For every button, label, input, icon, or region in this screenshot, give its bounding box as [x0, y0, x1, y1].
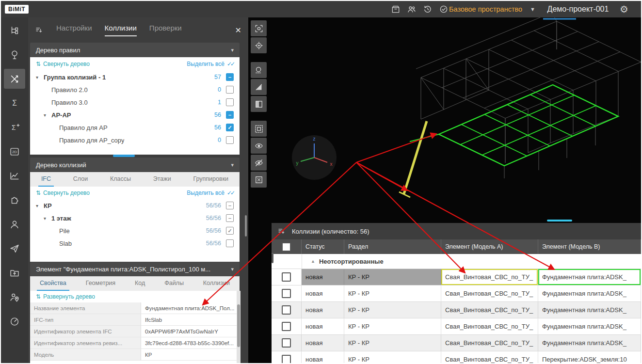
element-b-cell[interactable]: Фундаментная плита:ADSK_	[538, 302, 641, 318]
tree-item[interactable]: ▾Группа коллизий - 157–	[30, 71, 240, 83]
rules-tree-header[interactable]: Дерево правил ▾	[30, 43, 240, 57]
collision-row[interactable]: новаяКР - КРСвая_Винтовая_СВС_по_ТУ_Фунд…	[272, 285, 641, 302]
viewport-scroll-indicator[interactable]	[547, 220, 572, 222]
isolate-box-icon[interactable]	[251, 121, 267, 137]
tree-item-checkbox[interactable]: –	[226, 214, 234, 222]
element-a-cell[interactable]: Свая_Винтовая_СВС_по_ТУ_	[441, 335, 538, 351]
element-a-cell[interactable]: Свая_Винтовая_СВС_по_ТУ_	[441, 302, 538, 318]
clip-box-icon[interactable]	[251, 96, 267, 112]
row-checkbox[interactable]	[282, 338, 291, 348]
user-pin-icon[interactable]	[4, 287, 25, 307]
gear-icon[interactable]: ⚙	[620, 4, 628, 14]
collision-tree-tab-0[interactable]: IFC	[38, 172, 54, 187]
collision-row[interactable]: новаяКР - КРСвая_Винтовая_СВС_по_ТУ_Фунд…	[272, 269, 641, 285]
gauge-icon[interactable]	[4, 311, 25, 331]
collapse-tree-link[interactable]: ⇅Свернуть дерево	[36, 61, 90, 67]
collision-tree-tab-4[interactable]: Группировки	[190, 172, 231, 187]
collision-row[interactable]: новаяКР - КРСвая_Винтовая_СВС_по_ТУ_Фунд…	[272, 335, 641, 351]
select-all-checkbox[interactable]	[282, 242, 291, 252]
element-b-cell[interactable]: Фундаментная плита:ADSK_	[538, 269, 641, 285]
panel-tab-2[interactable]: Проверки	[149, 24, 182, 36]
collision-tree-tab-2[interactable]: Классы	[107, 172, 134, 187]
collision-row[interactable]: новаяКР - КРСвая_Винтовая_СВС_по_ТУ_Пере…	[272, 351, 641, 363]
collision-tree-tab-3[interactable]: Этажи	[150, 172, 174, 187]
element-tab-0[interactable]: Свойства	[37, 276, 69, 291]
caret-icon[interactable]: ▾	[44, 216, 51, 221]
select-all-link[interactable]: Выделить всё✓✓	[187, 190, 234, 196]
row-checkbox[interactable]	[282, 272, 291, 282]
caret-icon[interactable]: ▾	[44, 112, 51, 118]
tree-item-checkbox[interactable]	[226, 136, 234, 144]
tree-item-checkbox[interactable]: –	[226, 202, 234, 209]
fit-view-icon[interactable]	[251, 20, 267, 36]
row-checkbox[interactable]	[282, 355, 291, 363]
collapse-tree-link[interactable]: ⇅Свернуть дерево	[36, 190, 90, 196]
viewport-3d[interactable]: z x y Коллизии (количество: 56) СтатусРа…	[248, 17, 641, 363]
expand-tree-link[interactable]: ⇅Развернуть дерево	[36, 293, 95, 300]
team-icon[interactable]	[406, 3, 417, 15]
navigation-gizmo[interactable]: z x y	[288, 131, 341, 184]
tree-item[interactable]: Правило для АР56✓	[30, 121, 240, 134]
tree-item[interactable]: Slab56/56	[30, 237, 240, 250]
element-b-cell[interactable]: Фундаментная плита:ADSK_	[538, 335, 641, 351]
element-b-cell[interactable]: Фундаментная плита:ADSK_	[538, 285, 641, 301]
table-menu-icon[interactable]	[277, 227, 286, 236]
package-icon[interactable]	[390, 3, 401, 15]
tree-item[interactable]: ▾1 этаж56/56–	[30, 212, 240, 224]
user-icon[interactable]	[4, 214, 25, 234]
element-header[interactable]: Элемент "Фундаментная плита:ADSK_Полисти…	[30, 262, 240, 276]
model-structure-icon[interactable]	[4, 20, 25, 40]
row-checkbox[interactable]	[282, 305, 291, 315]
tree-item-checkbox[interactable]: ✓	[226, 124, 234, 131]
check-circle-icon[interactable]	[438, 3, 449, 15]
puzzle-icon[interactable]	[4, 190, 25, 210]
tree-item-checkbox[interactable]	[226, 98, 234, 106]
exit-isolation-icon[interactable]	[251, 172, 267, 188]
workspace-selector[interactable]: Базовое пространство ▼	[449, 5, 535, 13]
tree-item[interactable]: Правило 3.01	[30, 96, 240, 109]
element-tab-2[interactable]: Код	[132, 276, 148, 291]
select-all-link[interactable]: Выделить всё✓✓	[187, 61, 234, 67]
tree-item[interactable]: Pile56/56✓	[30, 224, 240, 237]
row-checkbox[interactable]	[282, 289, 291, 298]
tree-item-checkbox[interactable]: –	[226, 73, 234, 81]
tree-item-checkbox[interactable]: –	[226, 111, 234, 119]
tree-item[interactable]: Правило для АР_copy0	[30, 134, 240, 146]
history-icon[interactable]	[422, 3, 433, 15]
sum-plus-icon[interactable]: Σ	[4, 117, 25, 137]
collision-tree-header[interactable]: Дерево коллизий ▾	[30, 158, 240, 172]
element-a-cell[interactable]: Свая_Винтовая_СВС_по_ТУ_	[441, 318, 538, 334]
column-header-0[interactable]: Статус	[302, 239, 344, 254]
close-icon[interactable]: ✕	[235, 26, 241, 35]
section-plane-icon[interactable]	[251, 79, 267, 95]
locate-icon[interactable]	[251, 37, 267, 53]
element-b-cell[interactable]: Перекрытие:ADSK_земля:10	[538, 351, 641, 363]
folder-export-icon[interactable]	[4, 263, 25, 283]
element-tab-1[interactable]: Геометрия	[83, 276, 118, 291]
element-tab-4[interactable]: Коллизии	[200, 276, 233, 291]
element-a-cell[interactable]: Свая_Винтовая_СВС_по_ТУ_	[441, 285, 538, 301]
tree-item[interactable]: ▾КР56/56–	[30, 199, 240, 212]
tree-item-checkbox[interactable]	[226, 239, 234, 247]
panel-tab-0[interactable]: Настройки	[56, 24, 92, 36]
send-icon[interactable]	[4, 238, 25, 258]
group-row[interactable]: ▲Неотсортированные	[272, 254, 641, 269]
sum-icon[interactable]: Σ	[4, 93, 25, 113]
show-eye-icon[interactable]	[251, 138, 267, 154]
column-header-2[interactable]: Элемент (Модель А)	[441, 239, 538, 254]
scrollbar-thumb[interactable]	[237, 304, 240, 347]
column-header-1[interactable]: Раздел	[344, 239, 441, 254]
collision-tree-tab-1[interactable]: Слои	[70, 172, 91, 187]
collision-icon[interactable]	[4, 69, 25, 89]
element-a-cell[interactable]: Свая_Винтовая_СВС_по_ТУ_	[441, 269, 538, 285]
collision-row[interactable]: новаяКР - КРСвая_Винтовая_СВС_по_ТУ_Фунд…	[272, 302, 641, 318]
panel-scroll-indicator[interactable]	[113, 155, 135, 157]
properties-scrollbar[interactable]	[237, 291, 241, 363]
section-sphere-icon[interactable]	[251, 62, 267, 78]
view-2d-icon[interactable]: 2D	[4, 142, 25, 161]
panel-tab-1[interactable]: Коллизии	[105, 24, 137, 36]
tree-icon[interactable]	[4, 45, 25, 64]
tree-item[interactable]: Правило 2.00	[30, 83, 240, 96]
element-a-cell[interactable]: Свая_Винтовая_СВС_по_ТУ_	[441, 351, 538, 363]
caret-icon[interactable]: ▾	[36, 75, 44, 80]
